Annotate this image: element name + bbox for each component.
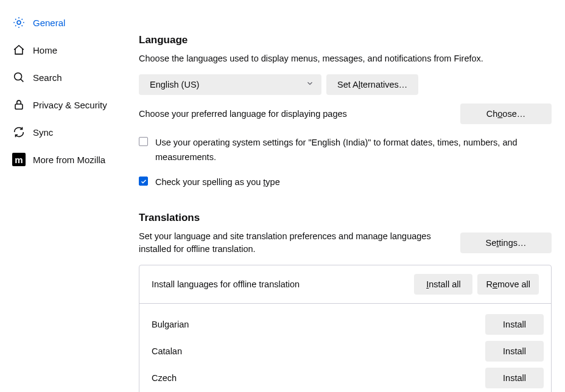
- translations-box-header: Install languages for offline translatio…: [139, 265, 551, 304]
- translations-desc: Set your language and site translation p…: [139, 230, 437, 257]
- lock-icon: [12, 98, 26, 111]
- install-button[interactable]: Install: [485, 314, 544, 335]
- language-select-row: English (US) Set Alternatives…: [139, 74, 552, 95]
- install-all-button[interactable]: Install all: [414, 274, 472, 295]
- svg-point-1: [15, 73, 22, 80]
- lang-name: Czech: [152, 373, 177, 383]
- sidebar-item-general[interactable]: General: [6, 10, 119, 35]
- search-icon: [12, 71, 26, 84]
- preferred-language-row: Choose your preferred language for displ…: [139, 103, 552, 124]
- preferred-language-desc: Choose your preferred language for displ…: [139, 109, 347, 119]
- install-button[interactable]: Install: [485, 368, 544, 388]
- remove-all-button[interactable]: Remove all: [477, 274, 539, 295]
- language-select[interactable]: English (US): [139, 74, 321, 95]
- main-content: Language Choose the languages used to di…: [125, 0, 565, 392]
- lang-name: Catalan: [152, 346, 182, 356]
- mozilla-icon: m: [12, 153, 26, 166]
- os-settings-row[interactable]: Use your operating system settings for "…: [139, 135, 552, 165]
- language-section: Language Choose the languages used to di…: [139, 34, 552, 190]
- choose-button[interactable]: Choose…: [460, 103, 552, 124]
- sidebar-item-privacy[interactable]: Privacy & Security: [6, 92, 119, 117]
- sidebar-item-label: More from Mozilla: [33, 155, 105, 165]
- os-settings-label: Use your operating system settings for "…: [155, 135, 552, 165]
- svg-point-0: [17, 21, 21, 24]
- sidebar-item-label: Search: [33, 72, 62, 83]
- translations-section: Translations Set your language and site …: [139, 212, 552, 392]
- install-offline-label: Install languages for offline translatio…: [152, 279, 300, 289]
- sidebar-item-sync[interactable]: Sync: [6, 119, 119, 145]
- section-title-language: Language: [139, 34, 552, 46]
- sidebar-item-more-mozilla[interactable]: m More from Mozilla: [6, 147, 119, 172]
- sidebar: General Home Search Privacy & Security S…: [0, 0, 125, 392]
- sidebar-item-label: Sync: [33, 127, 53, 138]
- translations-header-buttons: Install all Remove all: [414, 274, 539, 295]
- translations-settings-button[interactable]: Settings…: [460, 233, 552, 253]
- sync-icon: [12, 125, 26, 139]
- language-desc: Choose the languages used to display men…: [139, 52, 552, 66]
- spellcheck-checkbox[interactable]: [139, 177, 148, 186]
- sidebar-item-label: Privacy & Security: [33, 100, 107, 110]
- lang-name: Bulgarian: [152, 320, 189, 329]
- gear-icon: [12, 16, 26, 29]
- sidebar-item-label: General: [33, 18, 65, 28]
- lang-row-bulgarian: Bulgarian Install: [152, 311, 544, 338]
- translations-list[interactable]: Bulgarian Install Catalan Install Czech …: [139, 304, 551, 392]
- home-icon: [12, 43, 26, 57]
- set-alternatives-button[interactable]: Set Alternatives…: [326, 74, 418, 95]
- spellcheck-label: Check your spelling as you type: [155, 175, 280, 190]
- lang-row-catalan: Catalan Install: [152, 338, 544, 365]
- install-button[interactable]: Install: [485, 341, 544, 362]
- translations-desc-row: Set your language and site translation p…: [139, 230, 552, 257]
- sidebar-item-search[interactable]: Search: [6, 65, 119, 90]
- svg-rect-2: [15, 104, 23, 109]
- sidebar-item-label: Home: [33, 45, 57, 55]
- section-title-translations: Translations: [139, 212, 552, 224]
- os-settings-checkbox[interactable]: [139, 137, 148, 146]
- chevron-down-icon: [306, 79, 314, 89]
- language-select-value: English (US): [150, 80, 199, 89]
- spellcheck-row[interactable]: Check your spelling as you type: [139, 175, 552, 190]
- translations-box: Install languages for offline translatio…: [139, 265, 552, 392]
- sidebar-item-home[interactable]: Home: [6, 37, 119, 63]
- lang-row-czech: Czech Install: [152, 365, 544, 391]
